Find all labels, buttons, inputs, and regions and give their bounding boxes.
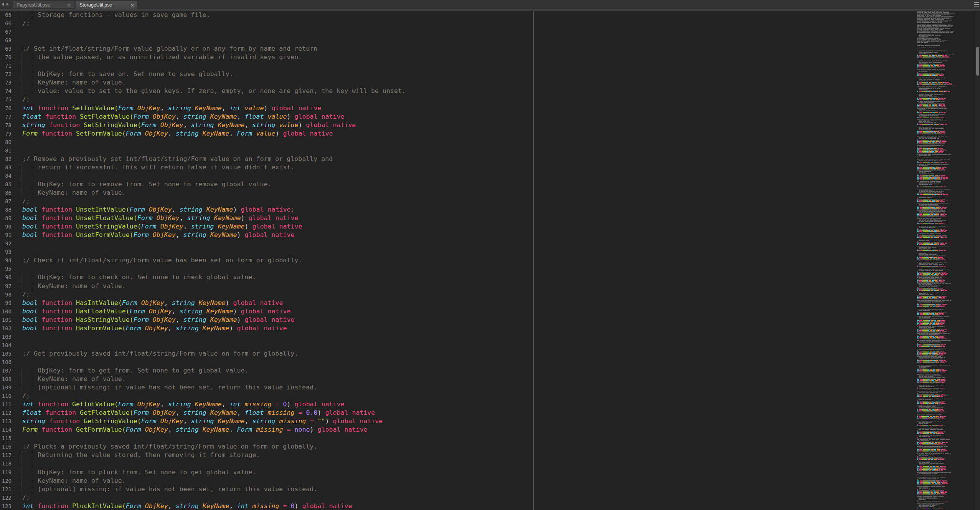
indent-guide [21,477,21,485]
code-line[interactable]: 68 [0,36,972,45]
code-line[interactable]: 94;/ Check if int/float/string/Form valu… [0,256,972,265]
code-line[interactable]: 86 KeyName: name of value. [0,189,972,197]
code-line[interactable]: 75/; [0,95,972,104]
code-line[interactable]: 73 KeyName: name of value. [0,78,972,87]
code-line[interactable]: 101bool function HasStringValue(Form Obj… [0,316,972,324]
line-number: 97 [0,282,12,290]
code-text: bool function HasFormValue(Form ObjKey, … [22,324,287,333]
code-line[interactable]: 117 Returning the value stored, then rem… [0,451,972,459]
code-text: value: value to set to the given keys. I… [22,87,406,95]
line-number: 96 [0,273,12,281]
indent-guide [21,163,21,172]
code-line[interactable]: 96 ObjKey: form to check on. Set none to… [0,273,972,281]
code-line[interactable]: 66/; [0,19,972,28]
line-number: 93 [0,248,12,256]
line-number: 85 [0,180,12,189]
code-text: [optional] missing: if value has not bee… [22,383,317,392]
line-number: 121 [0,485,12,493]
code-line[interactable]: 93 [0,248,972,256]
indent-guide [32,172,32,180]
code-area[interactable]: 65 Storage functions - values in save ga… [0,11,972,510]
minimap[interactable] [916,11,973,510]
code-line[interactable]: 91bool function UnsetFormValue(Form ObjK… [0,231,972,239]
line-number: 116 [0,442,12,451]
code-line[interactable]: 81 [0,146,972,155]
code-line[interactable]: 71 [0,61,972,70]
code-line[interactable]: 107 ObjKey: form to get from. Set none t… [0,366,972,375]
code-line[interactable]: 69;/ Set int/float/string/Form value glo… [0,45,972,53]
code-line[interactable]: 108 KeyName: name of value. [0,375,972,383]
scrollbar[interactable] [975,11,980,510]
code-line[interactable]: 100bool function HasFloatValue(Form ObjK… [0,307,972,316]
code-line[interactable]: 85 ObjKey: form to remove from. Set none… [0,180,972,189]
code-line[interactable]: 109 [optional] missing: if value has not… [0,383,972,392]
line-number: 118 [0,459,12,468]
code-line[interactable]: 80 [0,138,972,146]
code-line[interactable]: 111int function GetIntValue(Form ObjKey,… [0,400,972,409]
code-line[interactable]: 90bool function UnsetStringValue(Form Ob… [0,222,972,231]
code-line[interactable]: 99bool function HasIntValue(Form ObjKey,… [0,299,972,307]
code-line[interactable]: 88bool function UnsetIntValue(Form ObjKe… [0,205,972,214]
line-number: 73 [0,78,12,87]
code-line[interactable]: 98/; [0,290,972,299]
line-number: 87 [0,197,12,205]
line-number: 68 [0,36,12,45]
line-number: 83 [0,163,12,172]
code-line[interactable]: 97 KeyName: name of value. [0,282,972,290]
code-line[interactable]: 106 [0,358,972,366]
scrollbar-thumb[interactable] [976,47,979,76]
code-line[interactable]: 95 [0,265,972,273]
tab-list-icon[interactable] [974,2,979,7]
code-line[interactable]: 65 Storage functions - values in save ga… [0,11,972,19]
line-number: 66 [0,19,12,28]
code-line[interactable]: 76int function SetIntValue(Form ObjKey, … [0,104,972,113]
code-line[interactable]: 74 value: value to set to the given keys… [0,87,972,95]
code-line[interactable]: 104 [0,341,972,349]
tab-storageutil[interactable]: StorageUtil.psc × [76,1,137,9]
code-line[interactable]: 102bool function HasFormValue(Form ObjKe… [0,324,972,333]
indent-guide [32,459,32,468]
tab-papyrusutil[interactable]: PapyrusUtil.psc × [13,1,74,8]
code-line[interactable]: 119 ObjKey: form to pluck from. Set none… [0,468,972,477]
code-line[interactable]: 113string function GetStringValue(Form O… [0,417,972,426]
indent-guide [21,53,21,61]
code-line[interactable]: 82;/ Remove a previously set int/float/s… [0,155,972,163]
code-text: /; [22,197,30,205]
code-line[interactable]: 70 the value passed, or as uninitialized… [0,53,972,61]
tab-storageutil-label: StorageUtil.psc [79,2,112,8]
code-line[interactable]: 84 [0,172,972,180]
tab-scroll-right-icon[interactable] [7,3,9,6]
code-line[interactable]: 123int function PluckIntValue(Form ObjKe… [0,502,972,510]
code-line[interactable]: 121 [optional] missing: if value has not… [0,485,972,493]
tab-scroll-left-icon[interactable] [2,3,4,6]
code-line[interactable]: 67 [0,28,972,36]
code-text: /; [22,95,30,104]
code-line[interactable]: 110/; [0,392,972,400]
code-line[interactable]: 105;/ Get previously saved int/float/str… [0,349,972,358]
code-line[interactable]: 83 return if successful. This will retur… [0,163,972,172]
line-number: 78 [0,121,12,129]
code-line[interactable]: 87/; [0,197,972,205]
code-line[interactable]: 89bool function UnsetFloatValue(Form Obj… [0,214,972,222]
tab-storageutil-close-icon[interactable]: × [130,1,134,10]
code-line[interactable]: 72 ObjKey: form to save on. Set none to … [0,70,972,78]
code-line[interactable]: 103 [0,333,972,341]
code-text: int function PluckIntValue(Form ObjKey, … [22,502,352,510]
code-line[interactable]: 77float function SetFloatValue(Form ObjK… [0,113,972,121]
code-line[interactable]: 92 [0,239,972,248]
code-line[interactable]: 118 [0,459,972,468]
code-line[interactable]: 112float function GetFloatValue(Form Obj… [0,409,972,417]
code-line[interactable]: 120 KeyName: name of value. [0,477,972,485]
code-line[interactable]: 114Form function GetFormValue(Form ObjKe… [0,426,972,434]
code-line[interactable]: 116;/ Plucks a previously saved int/floa… [0,442,972,451]
line-number: 67 [0,28,12,36]
code-line[interactable]: 115 [0,434,972,442]
line-number: 75 [0,95,12,104]
indent-guide [21,459,21,468]
code-line[interactable]: 122/; [0,493,972,502]
tab-papyrusutil-close-icon[interactable]: × [67,1,71,10]
line-number: 112 [0,409,12,417]
code-line[interactable]: 79Form function SetFormValue(Form ObjKey… [0,129,972,138]
line-number: 114 [0,426,12,434]
code-line[interactable]: 78string function SetStringValue(Form Ob… [0,121,972,129]
